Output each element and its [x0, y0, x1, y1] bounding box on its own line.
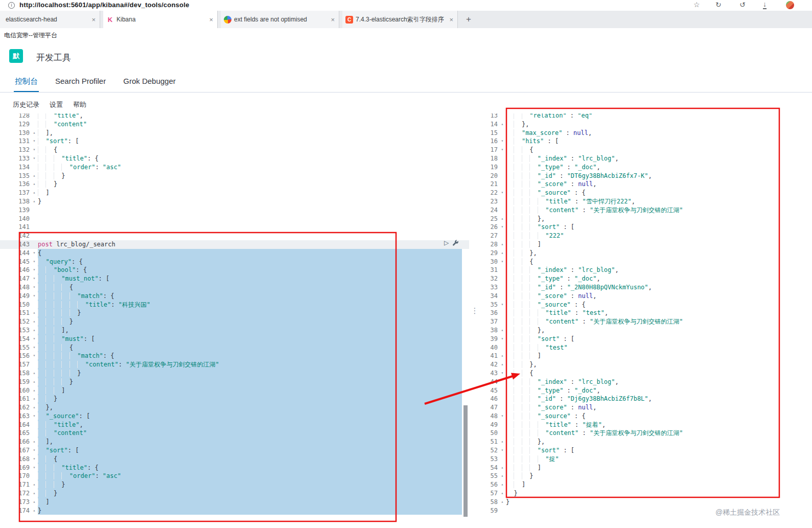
fold-toggle-icon[interactable]: ▴: [499, 360, 506, 369]
code-line-25[interactable]: 25▴ },: [483, 215, 812, 223]
code-line-146[interactable]: 146▾ "bool": {: [0, 266, 469, 274]
close-icon[interactable]: ×: [208, 16, 214, 24]
fold-toggle-icon[interactable]: ▴: [499, 464, 506, 472]
code-line-26[interactable]: 26▾ "sort" : [: [483, 223, 812, 232]
avatar[interactable]: [786, 1, 794, 9]
code-line-158[interactable]: 158▴ }: [0, 369, 469, 378]
fold-toggle-icon[interactable]: ▾: [31, 352, 38, 360]
code-line-174[interactable]: 174▴}: [0, 507, 469, 515]
code-line-138[interactable]: 138▴}: [0, 197, 469, 206]
fold-toggle-icon[interactable]: ▾: [31, 343, 38, 352]
browser-address-bar[interactable]: i http://localhost:5601/app/kibana#/dev_…: [0, 0, 812, 11]
code-line-42[interactable]: 42▴ },: [483, 360, 812, 369]
close-icon[interactable]: ×: [90, 16, 97, 24]
code-line-50[interactable]: 50 "content" : "关于庙堂权争与刀剑交错的江湖": [483, 429, 812, 438]
code-line-43[interactable]: 43▾ {: [483, 369, 812, 378]
fold-toggle-icon[interactable]: ▾: [31, 146, 38, 154]
fold-toggle-icon[interactable]: ▾: [499, 223, 506, 232]
fold-toggle-icon[interactable]: ▴: [31, 326, 38, 335]
code-line-14[interactable]: 14▴ },: [483, 120, 812, 129]
fold-toggle-icon[interactable]: ▴: [499, 489, 506, 498]
fold-toggle-icon[interactable]: ▴: [31, 480, 38, 489]
fold-toggle-icon[interactable]: ▴: [31, 317, 38, 326]
code-line-136[interactable]: 136▴ }: [0, 180, 469, 189]
code-line-137[interactable]: 137▴ ]: [0, 189, 469, 197]
response-viewer[interactable]: 13 "relation" : "eq"14▴ },15 "max_score"…: [483, 113, 812, 528]
fold-toggle-icon[interactable]: ▾: [31, 446, 38, 455]
fold-toggle-icon[interactable]: ▴: [31, 309, 38, 317]
code-line-46[interactable]: 46 "_id" : "Dj6gy38BhAcbiZ6f7b8L",: [483, 395, 812, 403]
code-line-147[interactable]: 147▾ "must_not": [: [0, 274, 469, 283]
code-line-130[interactable]: 130▴ ],: [0, 129, 469, 137]
fold-toggle-icon[interactable]: ▴: [31, 438, 38, 446]
code-line-21[interactable]: 21 "_score" : null,: [483, 180, 812, 189]
fold-toggle-icon[interactable]: ▴: [499, 498, 506, 507]
code-line-160[interactable]: 160▴ ]: [0, 386, 469, 395]
code-line-163[interactable]: 163▾ "_source": [: [0, 412, 469, 421]
menu-history[interactable]: 历史记录: [13, 100, 39, 109]
fold-toggle-icon[interactable]: ▴: [499, 326, 506, 335]
fold-toggle-icon[interactable]: ▾: [31, 137, 38, 146]
code-line-143[interactable]: 143post lrc_blog/_search: [0, 240, 469, 249]
code-line-45[interactable]: 45 "_type" : "_doc",: [483, 386, 812, 395]
code-line-134[interactable]: 134 "order": "asc": [0, 163, 469, 172]
code-line-149[interactable]: 149▾ "match": {: [0, 292, 469, 301]
code-line-168[interactable]: 168▾ {: [0, 455, 469, 464]
code-line-133[interactable]: 133▾ "title": {: [0, 154, 469, 163]
code-line-24[interactable]: 24 "content" : "关于庙堂权争与刀剑交错的江湖": [483, 206, 812, 215]
code-line-171[interactable]: 171▴ }: [0, 480, 469, 489]
fold-toggle-icon[interactable]: ▴: [31, 369, 38, 378]
fold-toggle-icon[interactable]: ▾: [499, 258, 506, 266]
fold-toggle-icon[interactable]: ▴: [31, 386, 38, 395]
code-line-56[interactable]: 56▴ ]: [483, 480, 812, 489]
code-line-41[interactable]: 41▴ ]: [483, 352, 812, 360]
browser-tab-0[interactable]: elasticsearch-head×: [0, 11, 100, 28]
code-line-13[interactable]: 13 "relation" : "eq": [483, 113, 812, 120]
pane-splitter-handle[interactable]: ⋮: [471, 307, 479, 314]
fold-toggle-icon[interactable]: ▾: [31, 258, 38, 266]
code-line-170[interactable]: 170 "order": "asc": [0, 472, 469, 480]
code-line-144[interactable]: 144▾{: [0, 249, 469, 258]
fold-toggle-icon[interactable]: ▾: [499, 335, 506, 343]
close-icon[interactable]: ×: [330, 16, 336, 24]
fold-toggle-icon[interactable]: ▾: [31, 292, 38, 301]
code-line-35[interactable]: 35▾ "_source" : {: [483, 301, 812, 309]
code-line-154[interactable]: 154▾ "must": [: [0, 335, 469, 343]
tab-grok-debugger[interactable]: Grok Debugger: [122, 72, 177, 92]
fold-toggle-icon[interactable]: ▴: [499, 240, 506, 249]
code-line-142[interactable]: 142: [0, 232, 469, 240]
code-line-31[interactable]: 31 "_index" : "lrc_blog",: [483, 266, 812, 274]
fold-toggle-icon[interactable]: ▾: [499, 137, 506, 146]
browser-tab-1[interactable]: KKibana×: [103, 11, 218, 28]
code-line-37[interactable]: 37 "content" : "关于庙堂权争与刀剑交错的江湖": [483, 317, 812, 326]
fold-toggle-icon[interactable]: ▾: [31, 464, 38, 472]
code-line-49[interactable]: 49 "title" : "捉着",: [483, 421, 812, 429]
code-line-29[interactable]: 29▴ },: [483, 249, 812, 258]
fold-toggle-icon[interactable]: ▾: [499, 146, 506, 154]
code-line-28[interactable]: 28▴ ]: [483, 240, 812, 249]
code-line-32[interactable]: 32 "_type" : "_doc",: [483, 274, 812, 283]
fold-toggle-icon[interactable]: ▴: [499, 249, 506, 258]
code-line-20[interactable]: 20 "_id" : "DT6gy38BhAcbiZ6fx7-K",: [483, 172, 812, 180]
fold-toggle-icon[interactable]: ▴: [31, 197, 38, 206]
code-line-52[interactable]: 52▾ "sort" : [: [483, 446, 812, 455]
code-line-40[interactable]: 40 "test": [483, 343, 812, 352]
code-line-173[interactable]: 173▴ ]: [0, 498, 469, 507]
code-line-39[interactable]: 39▾ "sort" : [: [483, 335, 812, 343]
fold-toggle-icon[interactable]: ▾: [499, 189, 506, 197]
tab-search-profiler[interactable]: Search Profiler: [54, 72, 107, 92]
fold-toggle-icon[interactable]: ▾: [31, 154, 38, 163]
code-line-159[interactable]: 159▴ }: [0, 378, 469, 386]
fold-toggle-icon[interactable]: ▴: [499, 480, 506, 489]
code-line-162[interactable]: 162▴ },: [0, 403, 469, 412]
menu-help[interactable]: 帮助: [73, 100, 86, 109]
new-tab-button[interactable]: +: [461, 11, 476, 28]
fold-toggle-icon[interactable]: ▾: [31, 412, 38, 421]
bookmark-star-icon[interactable]: ☆: [693, 1, 700, 9]
fold-toggle-icon[interactable]: ▴: [31, 378, 38, 386]
fold-toggle-icon[interactable]: ▴: [499, 438, 506, 446]
code-line-131[interactable]: 131▾ "sort": [: [0, 137, 469, 146]
fold-toggle-icon[interactable]: ▴: [31, 403, 38, 412]
fold-toggle-icon[interactable]: ▴: [31, 180, 38, 189]
code-line-23[interactable]: 23 "title" : "雪中悍刀行222",: [483, 197, 812, 206]
